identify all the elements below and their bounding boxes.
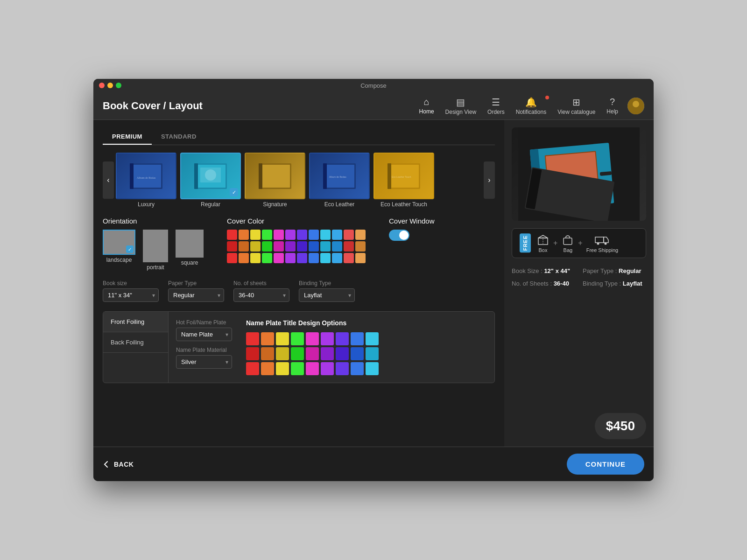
color-swatch[interactable] — [309, 241, 319, 252]
color-swatch[interactable] — [320, 230, 331, 240]
color-swatch[interactable] — [250, 241, 261, 252]
color-swatch[interactable] — [239, 241, 249, 252]
foiling-tab-back[interactable]: Back Foiling — [103, 332, 168, 353]
np-color[interactable] — [246, 362, 259, 375]
color-swatch[interactable] — [344, 241, 354, 252]
color-swatch[interactable] — [262, 253, 272, 263]
help-icon: ? — [610, 97, 615, 107]
np-color[interactable] — [306, 332, 319, 345]
color-swatch[interactable] — [285, 253, 296, 263]
product-card-ecoleather[interactable]: Album de Bodas Eco Leather — [309, 153, 370, 208]
color-swatch[interactable] — [227, 241, 237, 252]
binding-select[interactable]: Layflat Perfect — [299, 288, 355, 302]
sheets-select[interactable]: 36-40 24-28 — [233, 288, 289, 302]
close-button[interactable] — [99, 83, 105, 88]
nav-catalogue[interactable]: ⊞ View catalogue — [557, 97, 595, 115]
np-color[interactable] — [246, 332, 259, 345]
np-color[interactable] — [336, 347, 349, 360]
product-card-signature[interactable]: Signature — [245, 153, 305, 208]
nav-design-view[interactable]: ▤ Design View — [445, 97, 476, 115]
product-card-regular[interactable]: ✓ Regular — [180, 153, 241, 208]
np-color[interactable] — [321, 362, 334, 375]
color-swatch[interactable] — [344, 253, 354, 263]
np-color[interactable] — [366, 347, 379, 360]
np-color[interactable] — [291, 332, 304, 345]
color-swatch[interactable] — [227, 230, 237, 240]
tab-standard[interactable]: STANDARD — [152, 129, 206, 145]
color-swatch[interactable] — [309, 230, 319, 240]
nav-orders[interactable]: ☰ Orders — [487, 97, 505, 115]
color-swatch[interactable] — [274, 241, 284, 252]
color-swatch[interactable] — [227, 253, 237, 263]
np-color[interactable] — [276, 332, 289, 345]
color-swatch[interactable] — [297, 241, 307, 252]
color-swatch[interactable] — [297, 253, 307, 263]
cover-window-toggle[interactable] — [389, 230, 409, 241]
color-swatch[interactable] — [250, 230, 261, 240]
book-size-select[interactable]: 11" x 34" 12" x 44" — [103, 288, 159, 302]
spec-sheets-value: 36-40 — [554, 280, 569, 287]
np-color[interactable] — [351, 362, 364, 375]
color-swatch[interactable] — [262, 230, 272, 240]
continue-button[interactable]: CONTINUE — [567, 454, 644, 475]
color-swatch[interactable] — [262, 241, 272, 252]
np-color[interactable] — [276, 362, 289, 375]
np-color[interactable] — [321, 347, 334, 360]
orientation-portrait[interactable]: portrait — [143, 230, 168, 271]
foiling-tab-front[interactable]: Front Foiling — [103, 312, 168, 332]
np-color[interactable] — [291, 362, 304, 375]
np-color[interactable] — [366, 362, 379, 375]
np-color[interactable] — [336, 362, 349, 375]
color-swatch[interactable] — [355, 241, 366, 252]
nav-home[interactable]: ⌂ Home — [419, 97, 434, 115]
np-color[interactable] — [306, 362, 319, 375]
color-swatch[interactable] — [355, 253, 366, 263]
np-color[interactable] — [306, 347, 319, 360]
np-color[interactable] — [261, 362, 274, 375]
minimize-button[interactable] — [107, 83, 113, 88]
color-swatch[interactable] — [239, 253, 249, 263]
color-swatch[interactable] — [344, 230, 354, 240]
orientation-landscape[interactable]: ✓ landscape — [103, 230, 135, 271]
color-swatch[interactable] — [297, 230, 307, 240]
nav-help[interactable]: ? Help — [606, 97, 618, 115]
np-color[interactable] — [276, 347, 289, 360]
color-swatch[interactable] — [274, 230, 284, 240]
np-color[interactable] — [351, 347, 364, 360]
color-swatch[interactable] — [309, 253, 319, 263]
np-color[interactable] — [351, 332, 364, 345]
carousel-next-button[interactable]: › — [484, 161, 495, 199]
np-color[interactable] — [291, 347, 304, 360]
specs-grid: Book Size : 12" x 44" Paper Type : Regul… — [512, 266, 646, 289]
hot-foil-select[interactable]: Name Plate Hot Foil None — [176, 328, 232, 341]
np-color[interactable] — [321, 332, 334, 345]
tab-premium[interactable]: PREMIUM — [103, 129, 152, 145]
color-swatch[interactable] — [355, 230, 366, 240]
color-swatch[interactable] — [320, 253, 331, 263]
np-color[interactable] — [261, 347, 274, 360]
np-color[interactable] — [366, 332, 379, 345]
material-select[interactable]: Silver Gold Rose Gold — [176, 355, 232, 369]
color-swatch[interactable] — [332, 241, 342, 252]
color-swatch[interactable] — [285, 241, 296, 252]
avatar[interactable] — [627, 98, 644, 114]
color-swatch[interactable] — [332, 253, 342, 263]
carousel-prev-button[interactable]: ‹ — [103, 161, 114, 199]
product-card-luxury[interactable]: Album de Bodas Luxury — [116, 153, 176, 208]
np-color[interactable] — [261, 332, 274, 345]
color-swatch[interactable] — [239, 230, 249, 240]
product-card-ecoleathertouch[interactable]: Eco Leather Touch Eco Leather Touch — [374, 153, 434, 208]
orientation-square[interactable]: square — [176, 230, 204, 271]
color-swatch[interactable] — [250, 253, 261, 263]
nav-notifications[interactable]: 🔔 Notifications — [516, 97, 546, 115]
color-swatch[interactable] — [285, 230, 296, 240]
color-swatch[interactable] — [332, 230, 342, 240]
plus-sign-2: + — [578, 239, 582, 247]
np-color[interactable] — [336, 332, 349, 345]
back-button[interactable]: BACK — [103, 461, 134, 468]
fullscreen-button[interactable] — [116, 83, 121, 88]
np-color[interactable] — [246, 347, 259, 360]
color-swatch[interactable] — [274, 253, 284, 263]
paper-type-select[interactable]: Regular Premium — [168, 288, 224, 302]
color-swatch[interactable] — [320, 241, 331, 252]
